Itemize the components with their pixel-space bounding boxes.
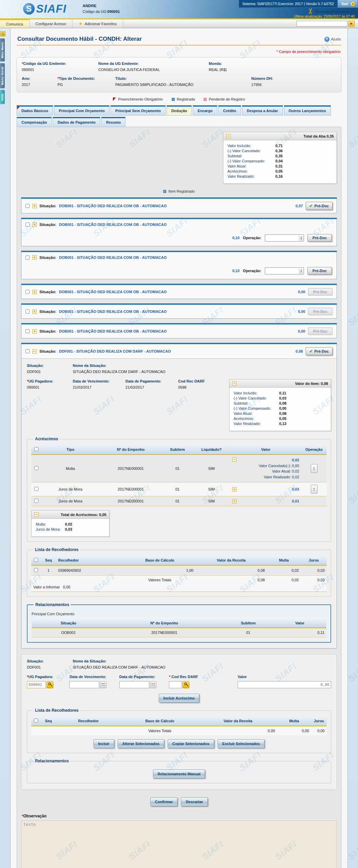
data-pagamento-input[interactable] [119, 681, 149, 688]
copiar-selecionados-button[interactable]: Copiar Selecionados [168, 739, 214, 748]
expand-icon[interactable]: + [32, 204, 37, 208]
menu-tab-label: Comunica [6, 22, 23, 26]
calendar-icon[interactable] [150, 681, 156, 688]
predoc-button[interactable]: Pré-Doc [307, 234, 332, 242]
field-nome-situacao: Nome da Situação: SITUAÇÃO DED REALIZA C… [73, 659, 165, 669]
legend-registered-label: Registrada [177, 97, 195, 101]
tab-outros-lancamentos[interactable]: Outros Lançamentos [284, 105, 331, 116]
expand-icon[interactable]: + [32, 290, 37, 294]
total-acrescimos-value: 0,05 [99, 513, 106, 517]
expand-icon[interactable]: + [32, 329, 37, 334]
left-sidebar: Meu Menu Menu Geral HOD [0, 31, 6, 106]
predoc-button[interactable]: ✔ Pré-Doc [306, 347, 333, 355]
tab-principal-com-orcamento[interactable]: Principal Com Orçamento [54, 105, 109, 116]
spinner-arrows-icon[interactable]: ▲▼ [299, 268, 303, 274]
row-checkbox[interactable] [34, 487, 38, 491]
ug-pagadora-input[interactable] [27, 681, 46, 688]
expand-icon[interactable]: + [32, 222, 37, 227]
logout-button[interactable]: Sair x [338, 0, 358, 8]
valor-a-informar-value: 0,00 [63, 585, 70, 589]
predoc-button[interactable]: Pré-Doc [307, 267, 332, 274]
row-checkbox[interactable] [25, 349, 30, 353]
select-all-checkbox[interactable] [34, 558, 38, 562]
search-go-icon[interactable]: ▶ [348, 21, 355, 26]
menu-tab-adicionar-favoritos[interactable]: ★ Adicionar Favoritos [72, 19, 123, 28]
row-checkbox[interactable] [25, 223, 30, 227]
row-checkbox[interactable] [25, 329, 30, 333]
spinner-arrows-icon[interactable]: ▲▼ [299, 235, 303, 241]
tab-dados-de-pagamento[interactable]: Dados de Pagamento [53, 117, 100, 127]
expand-icon[interactable]: + [232, 487, 237, 492]
input-data-vencimento: Data de Vencimento: [69, 675, 119, 688]
tab-encargo[interactable]: Encargo [193, 105, 217, 116]
select-all-checkbox[interactable] [34, 719, 38, 723]
excluir-selecionados-button[interactable]: Excluir Selecionados [218, 739, 265, 748]
collapse-icon[interactable]: − [232, 457, 237, 462]
siafi-logo-icon: S [23, 3, 35, 15]
alterar-selecionados-button[interactable]: Alterar Selecionados [118, 739, 164, 748]
item-value: 0,07 [295, 204, 303, 208]
confirmar-button[interactable]: Confirmar [150, 797, 178, 806]
cod-rec-darf-input[interactable] [169, 681, 182, 688]
menu-expander-icon[interactable] [0, 31, 5, 36]
collapse-icon[interactable]: − [32, 349, 37, 354]
predoc-button[interactable]: ✔ Pré-Doc [306, 202, 333, 210]
calendar-icon[interactable] [100, 681, 106, 688]
expand-icon[interactable]: + [32, 309, 37, 314]
incluir-acrescimo-button[interactable]: Incluir Acréscimo [159, 694, 200, 703]
tab-resumo[interactable]: Resumo [101, 117, 125, 127]
field-data-vencimento: Data de Vencimento: 21/03/2017 [73, 379, 125, 389]
operacao-spinner[interactable]: ▲▼ [311, 485, 318, 494]
sidebar-item-hod[interactable]: HOD [0, 90, 5, 104]
row-checkbox[interactable] [34, 499, 38, 503]
row-checkbox[interactable] [34, 466, 38, 470]
operacao-spinner[interactable]: ▲▼ [311, 464, 318, 473]
input-data-pagamento: Data de Pagamento: [119, 675, 169, 688]
operacao-select[interactable]: ▲▼ [265, 267, 304, 274]
lookup-icon[interactable] [47, 681, 53, 688]
row-checkbox[interactable] [34, 568, 38, 572]
tab-despesa-a-anular[interactable]: Despesa a Anular [242, 105, 283, 116]
predoc-button-disabled: Pré-Doc [308, 327, 333, 335]
row-checkbox[interactable] [25, 290, 30, 294]
lookup-icon[interactable] [183, 681, 189, 688]
tab-compensacao[interactable]: Compensação [17, 117, 52, 127]
select-all-checkbox[interactable] [34, 447, 38, 451]
observacao-textarea[interactable]: teste [21, 820, 337, 868]
row-checkbox[interactable] [25, 204, 30, 208]
siafi-logo-text: SIAFI [36, 2, 66, 15]
valor-value: 0,01 [239, 499, 299, 503]
field-moeda: Moeda: REAL (R$) [209, 61, 277, 72]
tab-principal-sem-orcamento[interactable]: Principal Sem Orçamento [110, 105, 166, 116]
sidebar-item-menu-geral[interactable]: Menu Geral [0, 63, 5, 88]
data-vencimento-input[interactable] [69, 681, 99, 688]
ug-label: Código da UG: [83, 10, 107, 14]
help-button[interactable]: ? Ajuda [324, 37, 341, 42]
collapse-icon[interactable]: − [34, 512, 39, 517]
valor-input[interactable] [238, 681, 331, 688]
descartar-button[interactable]: Descartar [181, 797, 208, 806]
collapse-icon[interactable]: − [232, 381, 237, 386]
field-nome-ug-emitente: Nome da UG Emitente: CONSELHO DA JUSTICA… [98, 61, 209, 72]
menu-tab-comunica[interactable]: Comunica [0, 19, 30, 28]
sidebar-item-meu-menu[interactable]: Meu Menu [0, 38, 5, 61]
relacionamento-manual-button[interactable]: Relacionamento Manual [153, 769, 205, 778]
situacao-label: Situação: [39, 349, 56, 353]
row-checkbox[interactable] [25, 309, 30, 314]
tab-deducao[interactable]: Dedução [167, 105, 192, 116]
quick-search-input[interactable] [296, 21, 347, 26]
collapse-icon[interactable]: − [226, 134, 231, 138]
menu-tab-configurar-acesso[interactable]: Configurar Acesso [30, 19, 73, 28]
situacao-code: DOB001 - SITUAÇÃO DED REALIZA COM OB - A… [59, 223, 167, 227]
tab-credito[interactable]: Crédito [218, 105, 241, 116]
expand-icon[interactable]: + [232, 499, 237, 503]
row-checkbox[interactable] [25, 255, 30, 260]
predoc-label: Pré-Doc [313, 309, 327, 314]
situacao-label: Situação: [39, 223, 56, 227]
operacao-select[interactable]: ▲▼ [265, 234, 304, 242]
registered-icon [163, 190, 166, 193]
expand-icon[interactable]: + [32, 255, 37, 260]
tab-dados-basicos[interactable]: Dados Básicos [17, 105, 53, 116]
acrescimo-row: Multa 2017NE000001 01 SIM − 0,02 Valor C… [31, 455, 327, 482]
incluir-button[interactable]: Incluir [93, 739, 114, 748]
